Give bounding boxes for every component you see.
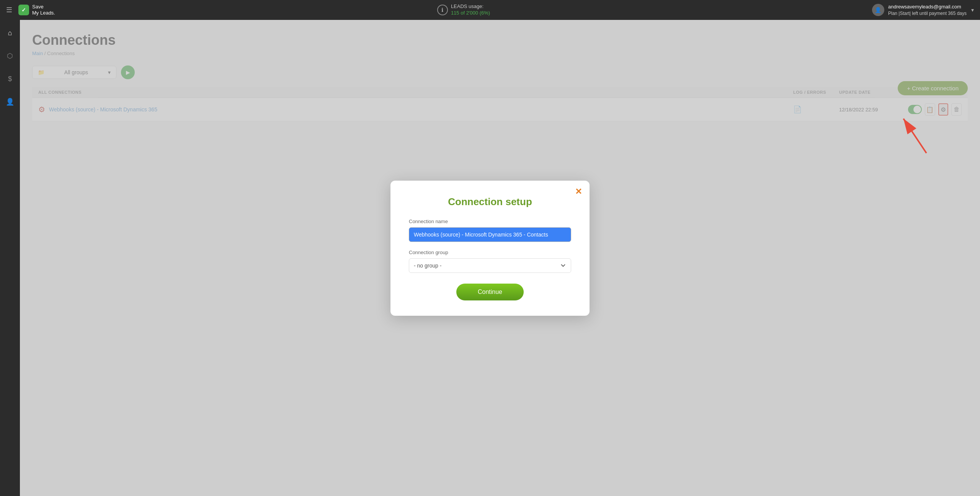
modal-title: Connection setup: [409, 196, 571, 208]
logo-text: Save My Leads.: [32, 4, 55, 16]
connection-group-select[interactable]: - no group -: [409, 258, 571, 273]
user-info: 👤 andrewsavemyleads@gmail.com Plan |Star…: [872, 3, 967, 17]
user-details: andrewsavemyleads@gmail.com Plan |Start|…: [888, 3, 967, 17]
connection-group-group: Connection group - no group -: [409, 250, 571, 273]
top-nav: ☰ ✓ Save My Leads. ℹ LEADS usage: 115 of…: [0, 0, 980, 20]
sidebar-item-account[interactable]: 👤: [3, 95, 17, 109]
sidebar-item-structure[interactable]: ⬡: [3, 49, 17, 63]
connection-name-group: Connection name: [409, 219, 571, 242]
continue-button[interactable]: Continue: [456, 284, 524, 300]
sidebar-item-billing[interactable]: $: [3, 72, 17, 86]
nav-chevron-icon[interactable]: ▾: [971, 7, 974, 13]
sidebar: ⌂ ⬡ $ 👤: [0, 20, 20, 496]
leads-usage: ℹ LEADS usage: 115 of 2'000 (6%): [437, 3, 490, 16]
nav-right: 👤 andrewsavemyleads@gmail.com Plan |Star…: [872, 3, 974, 17]
menu-icon[interactable]: ☰: [6, 6, 12, 14]
connection-name-label: Connection name: [409, 219, 571, 224]
connection-group-label: Connection group: [409, 250, 571, 255]
connection-setup-modal: ✕ Connection setup Connection name Conne…: [390, 181, 590, 316]
usage-text: LEADS usage: 115 of 2'000 (6%): [451, 3, 490, 16]
logo: ✓ Save My Leads.: [18, 4, 55, 16]
sidebar-item-home[interactable]: ⌂: [3, 26, 17, 40]
logo-check: ✓: [18, 5, 29, 15]
nav-center: ℹ LEADS usage: 115 of 2'000 (6%): [61, 3, 866, 16]
info-icon: ℹ: [437, 5, 448, 15]
connection-name-input[interactable]: [409, 227, 571, 242]
modal-close-button[interactable]: ✕: [575, 187, 582, 197]
user-avatar: 👤: [872, 4, 884, 16]
